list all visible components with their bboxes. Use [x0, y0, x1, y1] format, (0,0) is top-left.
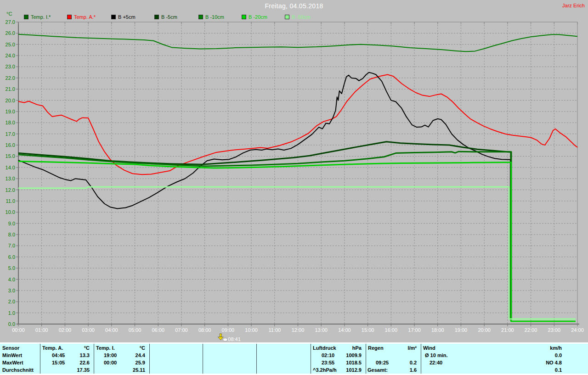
legend-swatch-icon: [67, 15, 72, 19]
table-cell: Durchschnitt: [2, 366, 34, 374]
y-axis-unit-label: °C: [6, 11, 12, 17]
x-tick-label: 04:00: [105, 327, 118, 333]
b_m20-line: [18, 161, 576, 321]
x-tick-label: 20:00: [478, 327, 491, 333]
x-tick-label: 13:00: [315, 327, 328, 333]
legend-item-b_m50: B -50cm: [285, 14, 311, 20]
legend-item-temp_a: Temp. A.*: [67, 14, 96, 20]
b_m10-line: [18, 151, 511, 320]
table-cell: °C: [94, 344, 145, 352]
table-cell: 24.4: [94, 352, 145, 359]
x-tick-label: 09:00: [222, 327, 235, 333]
table-cell: 0.2: [366, 359, 417, 366]
x-tick-label: 10:00: [245, 327, 258, 333]
y-tick-label: 12.0: [6, 187, 15, 193]
y-tick-label: 6.0: [8, 254, 15, 260]
x-tick-label: 05:00: [129, 327, 141, 333]
x-tick-label: 19:00: [455, 327, 468, 333]
y-tick-label: 9.0: [8, 221, 15, 226]
table-cell: 0.0: [421, 352, 562, 359]
x-tick-label: 12:00: [292, 327, 305, 333]
b_m5-line: [18, 142, 511, 320]
y-tick-label: 25.0: [6, 42, 15, 47]
table-cell: 1012.9: [311, 366, 362, 374]
legend-label: Temp. A.*: [74, 14, 96, 20]
x-tick-label: 08:00: [198, 327, 211, 333]
x-tick-label: 11:00: [268, 327, 281, 333]
marker-cloud-icon: [223, 338, 227, 341]
marker-arrow-icon: [220, 334, 221, 337]
x-tick-label: 21:00: [501, 327, 514, 333]
legend-item-temp_i: Temp. I.*: [24, 14, 51, 20]
table-cell: 17.35: [40, 366, 90, 374]
table-cell: MaxWert: [2, 359, 23, 366]
legend-swatch-icon: [198, 15, 203, 19]
table-cell: 1018.5: [311, 359, 362, 366]
x-tick-label: 03:00: [82, 327, 95, 333]
table-cell: 22.6: [40, 359, 90, 366]
legend-swatch-icon: [242, 15, 246, 19]
b_p5-line: [18, 73, 510, 320]
y-tick-label: 21.0: [6, 86, 15, 92]
x-tick-label: 01:00: [35, 327, 48, 333]
legend-item-b_m5: B -5cm: [154, 14, 177, 20]
table-divider: [256, 344, 257, 374]
page-title: Freitag, 04.05.2018: [0, 2, 588, 10]
stats-table: SensorMinWertMaxWertDurchschnittTemp. A.…: [0, 342, 588, 375]
y-tick-label: 10.0: [6, 209, 15, 215]
y-tick-label: 19.0: [6, 109, 15, 114]
table-cell: 13.3: [40, 352, 90, 359]
x-tick-label: 18:00: [431, 327, 444, 333]
legend-label: B -5cm: [161, 14, 177, 20]
y-tick-label: 15.0: [6, 153, 15, 159]
marker-time-label: 08:41: [228, 336, 241, 342]
x-tick-label: 17:00: [408, 327, 421, 333]
y-tick-label: 3.0: [8, 288, 15, 293]
y-tick-label: 0.0: [8, 321, 15, 327]
x-tick-label: 16:00: [385, 327, 398, 333]
table-cell: NO 4.8: [421, 359, 562, 366]
x-tick-label: 14:00: [338, 327, 351, 333]
x-tick-label: 07:00: [175, 327, 188, 333]
legend-label: B +5cm: [118, 14, 136, 20]
app-window: 0.01.02.03.04.05.06.07.08.09.010.011.012…: [0, 0, 588, 375]
x-tick-label: 22:00: [525, 327, 537, 333]
y-tick-label: 5.0: [8, 265, 15, 271]
x-tick-label: 00:00: [12, 327, 25, 333]
legend-swatch-icon: [24, 15, 28, 19]
legend-label: B -20cm: [249, 14, 267, 20]
table-cell: l/m²: [366, 344, 417, 352]
legend-swatch-icon: [285, 15, 289, 19]
table-cell: 0.1: [421, 366, 562, 374]
y-tick-label: 7.0: [8, 243, 15, 248]
y-tick-label: 13.0: [6, 176, 15, 181]
b_m50-line: [18, 187, 576, 319]
table-cell: MinWert: [2, 352, 22, 359]
x-tick-label: 15:00: [362, 327, 374, 333]
y-tick-label: 17.0: [6, 131, 15, 137]
y-tick-label: 22.0: [6, 75, 15, 81]
y-tick-label: 23.0: [6, 64, 15, 69]
legend-label: Temp. I.*: [31, 14, 51, 20]
table-cell: 1.6: [366, 366, 417, 374]
table-cell: km/h: [421, 344, 562, 352]
y-tick-label: 16.0: [6, 142, 15, 148]
x-tick-label: 23:00: [548, 327, 561, 333]
y-tick-label: 14.0: [6, 165, 15, 170]
table-cell: 1009.9: [311, 352, 362, 359]
y-tick-label: 11.0: [6, 198, 15, 204]
table-cell: 25.11: [94, 366, 145, 374]
legend-item-b_m10: B -10cm: [198, 14, 224, 20]
table-divider: [149, 344, 150, 374]
marker-arrow-icon: [218, 337, 223, 340]
y-tick-label: 1.0: [8, 310, 15, 316]
legend-item-b_m20: B -20cm: [242, 14, 267, 20]
x-tick-label: 06:00: [152, 327, 164, 333]
y-tick-label: 2.0: [8, 299, 15, 304]
x-tick-label: 24:00: [571, 327, 584, 333]
x-tick-label: 02:00: [59, 327, 72, 333]
table-divider: [203, 344, 203, 374]
legend-swatch-icon: [154, 15, 159, 19]
y-tick-label: 4.0: [8, 277, 15, 282]
table-cell: hPa: [311, 344, 362, 352]
